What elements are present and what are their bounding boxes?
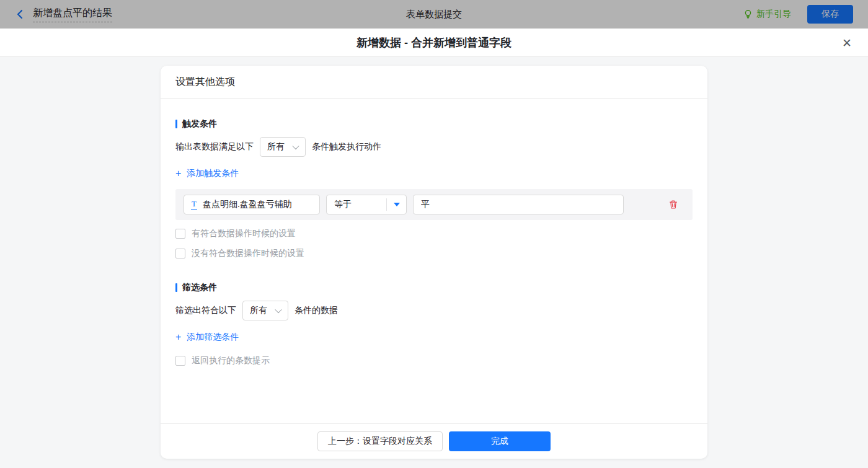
- modal-body: 设置其他选项 触发条件 输出表数据满足以下 所有 条件触发执行动作 + 添加触发…: [0, 57, 868, 468]
- chevron-down-icon: [292, 143, 299, 149]
- no-matching-data-label: 没有符合数据操作时候的设置: [192, 248, 304, 259]
- previous-step-button[interactable]: 上一步：设置字段对应关系: [317, 431, 443, 451]
- text-field-type-icon: T: [191, 200, 197, 210]
- card-body: 触发条件 输出表数据满足以下 所有 条件触发执行动作 + 添加触发条件 T 盘点…: [161, 99, 707, 423]
- operator-caret-zone[interactable]: [386, 198, 406, 211]
- done-button[interactable]: 完成: [449, 431, 551, 451]
- filter-match-select[interactable]: 所有: [242, 301, 288, 320]
- modal-dim-overlay: [0, 0, 868, 29]
- condition-value-input[interactable]: [413, 195, 624, 214]
- delete-condition-button[interactable]: [668, 200, 678, 210]
- modal-header: 新增数据 - 合并新增到普通字段 ✕: [0, 29, 868, 57]
- filter-match-suffix: 条件的数据: [294, 305, 338, 316]
- filter-match-prefix: 筛选出符合以下: [175, 305, 236, 316]
- return-count-tip-checkbox[interactable]: [175, 356, 185, 366]
- section-accent-bar: [175, 120, 177, 128]
- trigger-section-title: 触发条件: [175, 118, 693, 130]
- has-matching-data-checkbox[interactable]: [175, 229, 185, 239]
- filter-checkbox-row: 返回执行的条数提示: [175, 355, 693, 366]
- trigger-match-select-value: 所有: [267, 141, 285, 152]
- plus-icon: +: [175, 169, 181, 179]
- trigger-checkbox-row: 有符合数据操作时候的设置: [175, 228, 693, 239]
- no-matching-data-checkbox[interactable]: [175, 249, 185, 258]
- add-filter-condition-label: 添加筛选条件: [187, 332, 239, 343]
- trigger-match-suffix: 条件触发执行动作: [312, 141, 381, 152]
- trash-icon: [668, 200, 678, 210]
- card-header-title: 设置其他选项: [161, 66, 707, 99]
- trigger-condition-row: T 盘点明细.盘盈盘亏辅助 等于: [175, 189, 693, 220]
- trigger-match-prefix: 输出表数据满足以下: [175, 141, 254, 152]
- section-accent-bar: [175, 283, 177, 292]
- has-matching-data-label: 有符合数据操作时候的设置: [192, 228, 296, 239]
- card-footer: 上一步：设置字段对应关系 完成: [161, 423, 707, 459]
- trigger-checkbox-row: 没有符合数据操作时候的设置: [175, 248, 693, 259]
- condition-operator-select[interactable]: 等于: [326, 195, 407, 214]
- condition-field-name: 盘点明细.盘盈盘亏辅助: [203, 199, 292, 210]
- triangle-down-icon: [394, 203, 400, 206]
- options-card: 设置其他选项 触发条件 输出表数据满足以下 所有 条件触发执行动作 + 添加触发…: [161, 66, 707, 459]
- close-icon[interactable]: ✕: [842, 37, 852, 48]
- condition-operator-value: 等于: [327, 199, 386, 210]
- chevron-down-icon: [275, 306, 281, 313]
- trigger-match-select[interactable]: 所有: [260, 137, 306, 157]
- filter-section-label: 筛选条件: [182, 282, 217, 293]
- filter-match-select-value: 所有: [250, 305, 267, 316]
- plus-icon: +: [175, 332, 181, 342]
- filter-match-row: 筛选出符合以下 所有 条件的数据: [175, 301, 693, 320]
- trigger-section-label: 触发条件: [182, 118, 217, 130]
- add-trigger-condition-link[interactable]: + 添加触发条件: [175, 168, 239, 179]
- condition-field-select[interactable]: T 盘点明细.盘盈盘亏辅助: [184, 195, 320, 214]
- top-bar: 新增盘点平的结果 表单数据提交 新手引导 保存: [0, 0, 868, 29]
- add-filter-condition-link[interactable]: + 添加筛选条件: [175, 332, 239, 343]
- return-count-tip-label: 返回执行的条数提示: [192, 355, 270, 366]
- add-trigger-condition-label: 添加触发条件: [187, 168, 239, 179]
- trigger-match-row: 输出表数据满足以下 所有 条件触发执行动作: [175, 137, 693, 157]
- filter-section-title: 筛选条件: [175, 282, 693, 293]
- modal-title: 新增数据 - 合并新增到普通字段: [356, 35, 512, 50]
